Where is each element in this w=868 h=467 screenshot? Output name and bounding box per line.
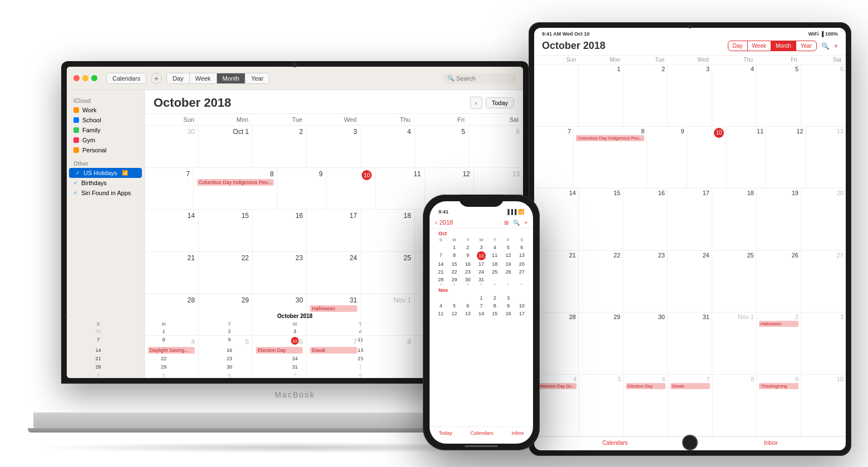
cal-cell[interactable]: 10: [327, 168, 376, 210]
cal-cell[interactable]: 29: [199, 294, 253, 336]
diwali-event[interactable]: Diwali: [310, 347, 357, 354]
calendars-button[interactable]: Calendars: [106, 73, 146, 84]
cal-cell[interactable]: 3: [307, 126, 361, 167]
cal-cell[interactable]: 7: [145, 168, 194, 210]
ipad-row: 21 22 23 24 25 26 27: [534, 251, 846, 313]
cal-cell[interactable]: 30: [145, 126, 199, 167]
iphone-day-headers: SMT WTFS: [434, 237, 529, 242]
cal-cell[interactable]: 6 Election Day: [253, 336, 307, 377]
cal-cell[interactable]: 25: [361, 252, 415, 294]
cal-cell[interactable]: 6: [469, 126, 523, 167]
cal-cell[interactable]: 17: [307, 210, 361, 251]
search-bar[interactable]: 🔍: [443, 73, 516, 83]
iphone-cal-icons: ⊞ 🔍 +: [504, 220, 527, 226]
ipad-halloween-event[interactable]: Halloween: [759, 321, 798, 327]
traffic-lights: [73, 75, 97, 81]
cal-cell[interactable]: 14: [145, 210, 199, 251]
cal-cell[interactable]: 28: [145, 294, 199, 336]
month-view-button[interactable]: Month: [217, 73, 246, 83]
cal-cell[interactable]: 31 Halloween: [307, 294, 361, 336]
cal-cell[interactable]: Oct 1: [199, 126, 253, 167]
sidebar-item-birthdays[interactable]: ✓ Birthdays: [67, 178, 144, 188]
iphone-back-button[interactable]: ‹: [435, 219, 437, 226]
iphone-add-icon[interactable]: +: [524, 220, 527, 226]
year-view-button[interactable]: Year: [245, 73, 269, 83]
mini-cal-prev[interactable]: ‹: [67, 313, 67, 319]
iphone-inbox-tab[interactable]: Inbox: [511, 430, 524, 436]
iphone-today-tab[interactable]: Today: [438, 430, 452, 436]
ipad-day-button[interactable]: Day: [728, 41, 747, 51]
personal-color-dot: [73, 147, 79, 153]
close-button[interactable]: [73, 75, 80, 81]
minimize-button[interactable]: [82, 75, 88, 81]
ipad-body: 9:41 AM Wed Oct 10 WiFi ▐ 100% October 2…: [529, 22, 851, 456]
cal-cell[interactable]: 18: [361, 210, 415, 251]
cal-cell[interactable]: 4: [361, 126, 415, 167]
sidebar-item-personal[interactable]: Personal: [67, 145, 144, 155]
ipad-search-icon[interactable]: 🔍: [821, 42, 830, 50]
cal-cell[interactable]: 8 Columbus Day Indigenous Peo...: [194, 168, 278, 210]
ipad-diwali-event[interactable]: Diwali: [670, 383, 710, 389]
cal-cell[interactable]: 30: [253, 294, 307, 336]
cal-cell[interactable]: 8: [361, 336, 415, 377]
cal-cell[interactable]: 9: [278, 168, 327, 210]
iphone-time: 9:41: [438, 209, 448, 215]
maximize-button[interactable]: [91, 75, 97, 81]
ipad-columbus-event[interactable]: Columbus Day Indigenous Peo...: [576, 135, 644, 141]
ipad-calendars-tab[interactable]: Calendars: [602, 440, 628, 446]
cal-cell[interactable]: 21: [145, 252, 199, 294]
search-input[interactable]: [456, 75, 512, 82]
election-day-event[interactable]: Election Day: [256, 347, 303, 354]
ipad-veterans-event[interactable]: Veterans Day (to...: [536, 383, 576, 389]
ipad-add-icon[interactable]: +: [834, 42, 838, 50]
today-button[interactable]: Today: [486, 97, 514, 108]
cal-row: 30 Oct 1 2 3 4 5 6: [145, 126, 523, 168]
sidebar-item-work[interactable]: Work: [67, 105, 144, 115]
cal-cell[interactable]: 22: [199, 252, 253, 294]
sidebar-item-gym[interactable]: Gym: [67, 135, 144, 145]
iphone-list-icon[interactable]: ⊞: [504, 220, 509, 226]
iphone-screen: 9:41 ▐▐▐ 📶 ‹ 2018 ⊞ 🔍 + Oct SMT: [430, 201, 533, 444]
work-label: Work: [82, 107, 96, 113]
week-view-button[interactable]: Week: [190, 73, 217, 83]
macbook-label: MacBook: [275, 390, 315, 399]
sidebar-item-siri[interactable]: ✓ Siri Found in Apps: [67, 188, 144, 198]
ipad-thanksgiving-event[interactable]: Thanksgiving: [759, 383, 798, 389]
iphone-notch: [459, 195, 504, 207]
prev-month-button[interactable]: ‹: [470, 97, 482, 109]
cal-cell[interactable]: 11: [376, 168, 425, 210]
columbus-day-event[interactable]: Columbus Day Indigenous Peo...: [197, 179, 274, 186]
cal-cell[interactable]: 7 Diwali: [307, 336, 361, 377]
cal-cell[interactable]: 15: [199, 210, 253, 251]
sidebar-item-school[interactable]: School: [67, 115, 144, 125]
cal-cell[interactable]: 23: [253, 252, 307, 294]
day-view-button[interactable]: Day: [167, 73, 190, 83]
view-switcher: Day Week Month Year: [166, 73, 269, 84]
gym-color-dot: [73, 137, 79, 143]
scene: Calendars + Day Week Month Year 🔍: [0, 0, 868, 467]
ipad-row: 14 15 16 17 18 19 20: [534, 188, 846, 251]
cal-cell[interactable]: 5: [199, 336, 253, 377]
ipad-week-button[interactable]: Week: [747, 41, 771, 51]
cal-cell[interactable]: 16: [253, 210, 307, 251]
cal-day-headers: Sun Mon Tue Wed Thu Fri Sat: [145, 114, 523, 126]
daylight-saving-event[interactable]: Daylight Saving...: [148, 347, 195, 354]
school-color-dot: [73, 117, 79, 123]
cal-cell[interactable]: Nov 1: [361, 294, 415, 336]
iphone-calendars-tab[interactable]: Calendars: [470, 430, 493, 436]
halloween-event[interactable]: Halloween: [310, 305, 357, 312]
iphone-nov-grid: 1 2 3 4 5 6 7 8 9 10 11 12 13 1: [434, 294, 529, 317]
iphone-search-icon[interactable]: 🔍: [513, 220, 520, 226]
cal-cell[interactable]: 5: [415, 126, 469, 167]
sidebar-item-family[interactable]: Family: [67, 125, 144, 135]
cal-cell[interactable]: 4 Daylight Saving...: [145, 336, 199, 377]
ipad-inbox-tab[interactable]: Inbox: [764, 440, 777, 446]
add-event-button[interactable]: +: [151, 73, 162, 84]
ipad-month-button[interactable]: Month: [771, 41, 796, 51]
ipad-year-button[interactable]: Year: [796, 41, 816, 51]
sidebar-item-us-holidays[interactable]: ✓ US Holidays 📶: [69, 168, 142, 178]
cal-cell[interactable]: 2: [253, 126, 307, 167]
ipad-home-button[interactable]: [682, 435, 698, 450]
cal-cell[interactable]: 24: [307, 252, 361, 294]
ipad-election-event[interactable]: Election Day: [626, 383, 665, 389]
